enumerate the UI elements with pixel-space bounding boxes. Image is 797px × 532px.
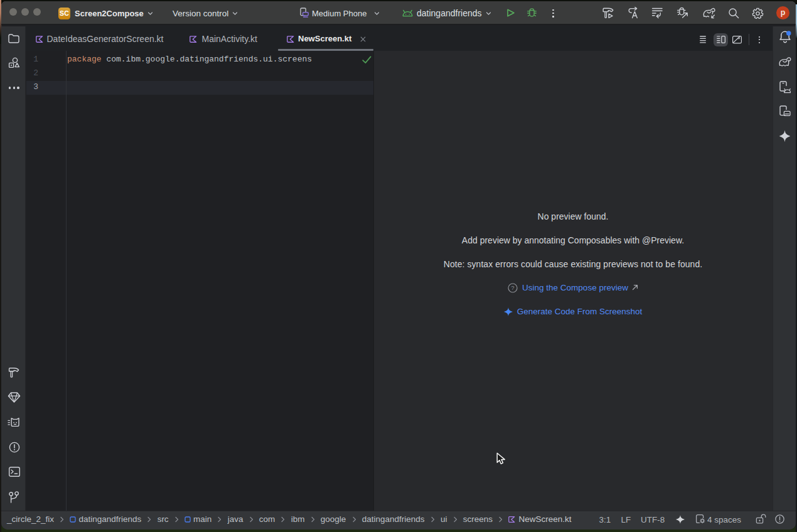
- svg-text:?: ?: [511, 284, 514, 291]
